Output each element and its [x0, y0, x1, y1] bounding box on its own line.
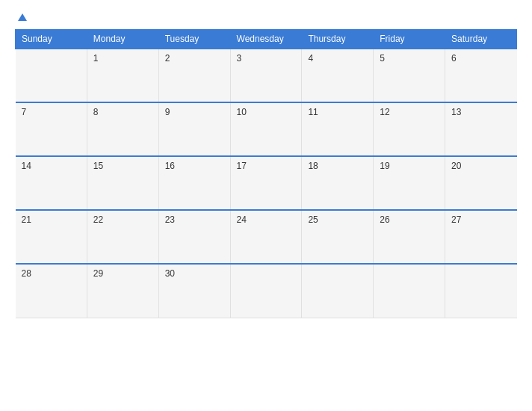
- calendar-day-header: Saturday: [445, 30, 517, 49]
- calendar-day-cell: 20: [445, 156, 517, 210]
- calendar-day-cell: [374, 264, 445, 318]
- calendar-day-cell: 3: [230, 49, 302, 102]
- calendar-day-cell: 12: [374, 102, 445, 156]
- calendar-day-header: Friday: [374, 30, 445, 49]
- calendar-day-cell: 15: [87, 156, 158, 210]
- calendar-day-cell: [16, 49, 87, 102]
- calendar-body: 1234567891011121314151617181920212223242…: [16, 49, 517, 318]
- calendar-day-header: Tuesday: [158, 30, 230, 49]
- calendar-day-cell: 6: [445, 49, 517, 102]
- calendar-day-cell: 10: [230, 102, 302, 156]
- logo-blue-text: [15, 13, 27, 22]
- calendar-day-cell: 26: [374, 210, 445, 264]
- calendar-header-row: SundayMondayTuesdayWednesdayThursdayFrid…: [16, 30, 517, 49]
- calendar-day-cell: 18: [302, 156, 374, 210]
- calendar-day-cell: 21: [16, 210, 87, 264]
- calendar-week-row: 78910111213: [16, 102, 517, 156]
- header: [15, 13, 517, 22]
- calendar-day-cell: 17: [230, 156, 302, 210]
- calendar-day-cell: 30: [158, 264, 230, 318]
- logo-triangle-icon: [18, 13, 27, 21]
- calendar-day-cell: 29: [87, 264, 158, 318]
- calendar-day-cell: 13: [445, 102, 517, 156]
- calendar-day-cell: 2: [158, 49, 230, 102]
- calendar-day-cell: 5: [374, 49, 445, 102]
- calendar-day-cell: 23: [158, 210, 230, 264]
- calendar-day-header: Monday: [87, 30, 158, 49]
- calendar-day-cell: 19: [374, 156, 445, 210]
- calendar-day-header: Sunday: [16, 30, 87, 49]
- calendar-day-cell: 25: [302, 210, 374, 264]
- calendar-day-cell: 27: [445, 210, 517, 264]
- calendar-day-cell: [302, 264, 374, 318]
- calendar-day-header: Wednesday: [230, 30, 302, 49]
- calendar-day-cell: 16: [158, 156, 230, 210]
- calendar-day-cell: 14: [16, 156, 87, 210]
- calendar-day-cell: 4: [302, 49, 374, 102]
- calendar-day-cell: 1: [87, 49, 158, 102]
- calendar-week-row: 282930: [16, 264, 517, 318]
- logo: [15, 13, 27, 22]
- calendar-day-cell: 7: [16, 102, 87, 156]
- calendar-table: SundayMondayTuesdayWednesdayThursdayFrid…: [15, 29, 517, 318]
- calendar-day-cell: [230, 264, 302, 318]
- calendar-day-cell: [445, 264, 517, 318]
- calendar-week-row: 14151617181920: [16, 156, 517, 210]
- calendar-day-cell: 28: [16, 264, 87, 318]
- page: SundayMondayTuesdayWednesdayThursdayFrid…: [0, 0, 532, 411]
- calendar-week-row: 123456: [16, 49, 517, 102]
- calendar-day-cell: 8: [87, 102, 158, 156]
- calendar-day-cell: 24: [230, 210, 302, 264]
- calendar-day-cell: 22: [87, 210, 158, 264]
- calendar-day-cell: 9: [158, 102, 230, 156]
- calendar-day-header: Thursday: [302, 30, 374, 49]
- calendar-week-row: 21222324252627: [16, 210, 517, 264]
- calendar-day-cell: 11: [302, 102, 374, 156]
